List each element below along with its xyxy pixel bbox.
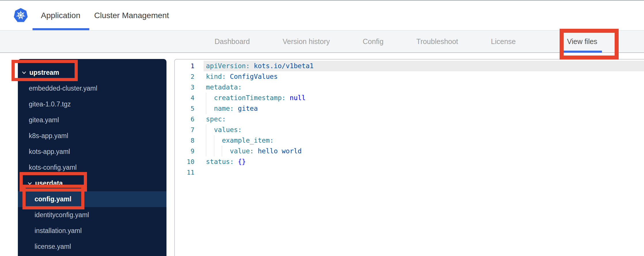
code-token: example_item: bbox=[206, 137, 274, 144]
code-token: name: bbox=[206, 105, 238, 112]
code-token: values: bbox=[206, 126, 242, 133]
code-line-2[interactable]: kind: ConfigValues bbox=[204, 71, 644, 82]
editor-line-number-gutter: 1234567891011 bbox=[175, 61, 194, 178]
code-token: {} bbox=[238, 158, 246, 165]
tree-row-label: installation.yaml bbox=[35, 227, 82, 235]
code-token: creationTimestamp: bbox=[206, 94, 290, 102]
tree-file-config-yaml[interactable]: config.yaml bbox=[18, 191, 166, 207]
code-token: kind: bbox=[206, 73, 230, 80]
tree-row-label: gitea.yaml bbox=[29, 116, 59, 124]
tree-file-gitea-yaml[interactable]: gitea.yaml bbox=[18, 112, 166, 128]
subnav-item-license[interactable]: License bbox=[475, 30, 532, 52]
code-line-9[interactable]: value: hello world bbox=[204, 146, 644, 156]
tree-file-gitea-1-0-7-tgz[interactable]: gitea-1.0.7.tgz bbox=[18, 96, 166, 112]
line-number: 3 bbox=[175, 82, 194, 93]
tree-row-label: upstream bbox=[29, 69, 59, 77]
editor-inner: 1234567891011 apiVersion: kots.io/v1beta… bbox=[175, 60, 644, 256]
subnav-item-troubleshoot[interactable]: Troubleshoot bbox=[400, 30, 475, 52]
indent-guide bbox=[206, 135, 206, 146]
code-line-1[interactable]: apiVersion: kots.io/v1beta1 bbox=[204, 61, 644, 71]
app-subnav: DashboardVersion historyConfigTroublesho… bbox=[0, 30, 644, 53]
indent-guide bbox=[206, 93, 206, 103]
ship-wheel-icon bbox=[16, 10, 26, 20]
tree-folder-upstream[interactable]: upstream bbox=[18, 65, 166, 81]
subnav-item-view-files[interactable]: View files bbox=[551, 30, 614, 52]
code-line-8[interactable]: example_item: bbox=[204, 135, 644, 146]
editor-code-area[interactable]: apiVersion: kots.io/v1beta1kind: ConfigV… bbox=[204, 61, 644, 178]
line-number: 9 bbox=[175, 146, 194, 156]
code-token: spec: bbox=[206, 115, 226, 123]
indent-guide bbox=[206, 146, 206, 156]
code-line-4[interactable]: creationTimestamp: null bbox=[204, 93, 644, 103]
line-number: 2 bbox=[175, 71, 194, 82]
tree-row-label: kots-config.yaml bbox=[29, 164, 77, 171]
tree-file-k8s-app-yaml[interactable]: k8s-app.yaml bbox=[18, 128, 166, 144]
tree-row-label: license.yaml bbox=[35, 243, 71, 251]
code-token: ConfigValues bbox=[230, 73, 278, 80]
tree-row-label: gitea-1.0.7.tgz bbox=[29, 100, 71, 108]
chevron-down-icon bbox=[27, 181, 32, 186]
line-number: 11 bbox=[175, 167, 194, 178]
code-token: hello world bbox=[258, 147, 302, 155]
tree-row-label: userdata bbox=[35, 179, 63, 187]
line-number: 8 bbox=[175, 135, 194, 146]
tree-file-kots-config-yaml[interactable]: kots-config.yaml bbox=[18, 160, 166, 175]
tree-row-label: config.yaml bbox=[35, 195, 71, 203]
code-line-10[interactable]: status: {} bbox=[204, 156, 644, 167]
tree-file-installation-yaml[interactable]: installation.yaml bbox=[18, 223, 166, 239]
indent-guide bbox=[214, 146, 214, 156]
tree-file-identityconfig-yaml[interactable]: identityconfig.yaml bbox=[18, 207, 166, 223]
tree-row-label: embedded-cluster.yaml bbox=[29, 85, 97, 92]
indent-guide bbox=[214, 135, 214, 146]
subnav-item-config[interactable]: Config bbox=[346, 30, 400, 52]
code-line-11[interactable] bbox=[204, 167, 644, 178]
header-tab-cluster-management[interactable]: Cluster Management bbox=[94, 1, 169, 30]
header-tab-application[interactable]: Application bbox=[41, 1, 80, 30]
subnav-item-version-history[interactable]: Version history bbox=[266, 30, 346, 52]
line-number: 5 bbox=[175, 103, 194, 114]
tree-row-label: identityconfig.yaml bbox=[35, 211, 89, 219]
code-token: metadata: bbox=[206, 83, 242, 91]
code-line-6[interactable]: spec: bbox=[204, 114, 644, 125]
subnav-item-dashboard[interactable]: Dashboard bbox=[198, 30, 266, 52]
tree-row-label: k8s-app.yaml bbox=[29, 132, 68, 140]
header-tabs: ApplicationCluster Management bbox=[41, 1, 169, 30]
tree-folder-userdata[interactable]: userdata bbox=[18, 175, 166, 191]
line-number: 4 bbox=[175, 93, 194, 103]
tree-row-label: kots-app.yaml bbox=[29, 148, 70, 156]
line-number: 10 bbox=[175, 156, 194, 167]
indent-guide bbox=[206, 103, 206, 114]
code-token: apiVersion: bbox=[206, 62, 254, 70]
code-line-5[interactable]: name: gitea bbox=[204, 103, 644, 114]
kubernetes-logo-icon bbox=[14, 8, 28, 22]
app-header: ApplicationCluster Management bbox=[0, 1, 644, 30]
file-tree-sidebar: upstreamembedded-cluster.yamlgitea-1.0.7… bbox=[18, 59, 166, 256]
file-content-editor: 1234567891011 apiVersion: kots.io/v1beta… bbox=[174, 59, 644, 256]
code-line-7[interactable]: values: bbox=[204, 125, 644, 135]
tree-file-embedded-cluster-yaml[interactable]: embedded-cluster.yaml bbox=[18, 81, 166, 96]
indent-guide bbox=[206, 125, 206, 135]
code-token: kots.io/v1beta1 bbox=[254, 62, 314, 70]
line-number: 6 bbox=[175, 114, 194, 125]
tree-file-kots-app-yaml[interactable]: kots-app.yaml bbox=[18, 144, 166, 160]
tree-file-license-yaml[interactable]: license.yaml bbox=[18, 239, 166, 255]
line-number: 1 bbox=[175, 61, 194, 71]
code-token: gitea bbox=[238, 105, 258, 112]
indent-guide bbox=[222, 146, 222, 156]
line-number: 7 bbox=[175, 125, 194, 135]
code-token: status: bbox=[206, 158, 238, 165]
code-token: null bbox=[290, 94, 306, 102]
code-line-3[interactable]: metadata: bbox=[204, 82, 644, 93]
chevron-down-icon bbox=[22, 70, 26, 75]
